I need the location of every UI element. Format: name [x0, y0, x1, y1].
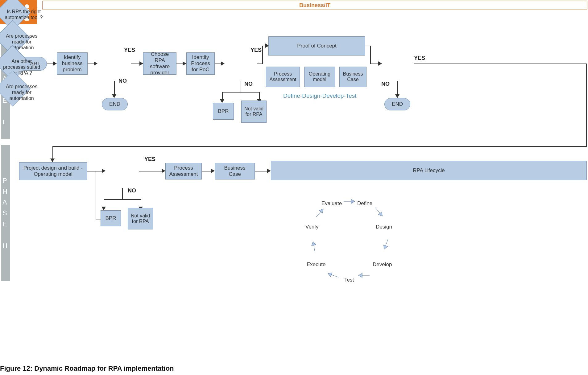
lane-header: Business/IT — [42, 1, 587, 10]
process-assessment-box-2: Process Assessment — [165, 163, 202, 179]
lifecycle-arrow-icon — [309, 240, 319, 254]
identify-problem-box: Identify business problem — [57, 52, 88, 75]
define-design-develop-test-label: Define-Design-Develop-Test — [283, 93, 357, 99]
cycle-develop: Develop — [373, 262, 392, 268]
no-label: NO — [118, 78, 127, 84]
phase-2-bar: P H A S E II — [1, 145, 10, 281]
no-label-2: NO — [244, 81, 253, 87]
project-design-box: Project design and build - Operating mod… — [19, 162, 87, 180]
identify-poc-box: Identify Process for PoC — [186, 52, 215, 75]
no-label-4: NO — [128, 188, 136, 194]
yes-label-4: YES — [144, 156, 155, 163]
cycle-execute: Execute — [307, 262, 325, 268]
lifecycle-arrow-icon — [326, 270, 340, 281]
business-case-box-1: Business Case — [339, 67, 366, 87]
cycle-define: Define — [357, 200, 372, 207]
proof-of-concept-box: Proof of Concept — [268, 36, 365, 56]
yes-label: YES — [124, 47, 135, 53]
business-case-box-2: Business Case — [215, 163, 255, 179]
not-valid-box-1: Not valid for RPA — [241, 101, 267, 123]
end-node-1: END — [102, 98, 128, 110]
bpr-box-1: BPR — [213, 103, 234, 120]
process-assessment-box-1: Process Assessment — [266, 67, 300, 87]
yes-label-3: YES — [414, 55, 425, 61]
yes-label-2: YES — [251, 47, 262, 53]
lifecycle-arrow-icon — [358, 271, 370, 279]
cycle-test: Test — [344, 277, 354, 283]
lifecycle-arrow-icon — [372, 204, 386, 219]
lifecycle-arrow-icon — [380, 237, 392, 251]
figure-caption: Figure 12: Dynamic Roadmap for RPA imple… — [0, 365, 174, 373]
cycle-design: Design — [376, 224, 392, 230]
cycle-verify: Verify — [305, 224, 319, 230]
operating-model-box: Operating model — [304, 67, 335, 87]
lifecycle-arrow-icon — [343, 197, 355, 205]
rpa-lifecycle-box: RPA Lifecycle — [271, 161, 587, 180]
bpr-box-2: BPR — [101, 210, 121, 226]
cycle-evaluate: Evaluate — [321, 200, 342, 207]
not-valid-box-2: Not valid for RPA — [128, 208, 153, 229]
choose-provider-box: Choose RPA software provider — [143, 52, 176, 75]
lifecycle-arrow-icon — [313, 206, 327, 220]
no-label-3: NO — [381, 81, 390, 87]
end-node-2: END — [384, 98, 410, 110]
